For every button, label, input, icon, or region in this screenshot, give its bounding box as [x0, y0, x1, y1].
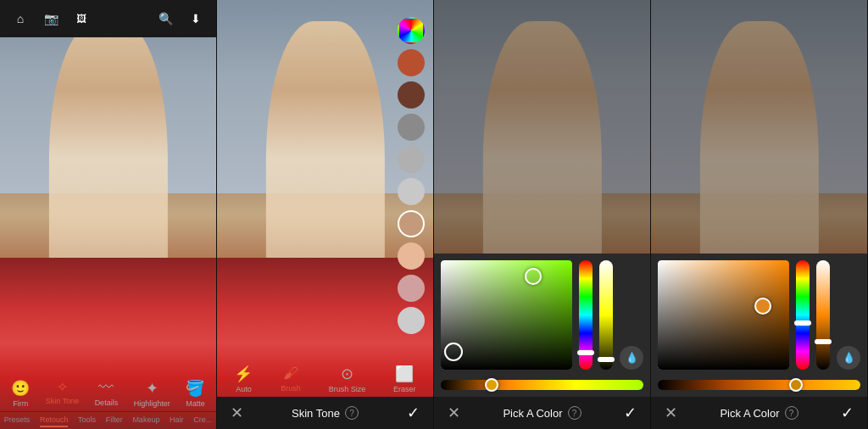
retouch-tools: 🙂 Firm ✧ Skin Tone 〰 Details ✦ Highlight…	[0, 374, 216, 411]
tab-hair[interactable]: Hair	[170, 415, 184, 427]
color-picker-green: 💧	[434, 254, 650, 376]
highlighter-icon: ✦	[146, 379, 159, 398]
hue-cursor-green	[577, 350, 594, 355]
swatch-lightskin[interactable]	[398, 242, 425, 270]
photo-background	[0, 0, 216, 429]
figure-woman	[48, 21, 167, 365]
zoom-icon[interactable]: 🔍	[155, 8, 175, 29]
camera-icon[interactable]: 📷	[41, 8, 61, 29]
tab-tools[interactable]: Tools	[78, 415, 96, 427]
gallery-icon[interactable]: 🖼	[71, 8, 92, 29]
action-bar-p4: ✕ Pick A Color ? ✓	[651, 397, 867, 429]
confirm-button-p4[interactable]: ✓	[841, 404, 854, 422]
close-button-p4[interactable]: ✕	[665, 404, 677, 422]
panel-main-edit: ⌂ 📷 🖼 🔍 ⬇ 🙂 Firm ✧ Skin Tone 〰 Details ✦	[0, 0, 217, 429]
panel-brush-swatches: ⚡ Auto 🖌 Brush ⊙ Brush Size ⬜ Eraser ✕ S…	[217, 0, 434, 429]
home-icon[interactable]: ⌂	[10, 8, 31, 29]
hue-slider-green[interactable]	[579, 260, 593, 370]
help-icon-p4[interactable]: ?	[785, 406, 798, 420]
saturation-box-orange[interactable]	[658, 260, 789, 370]
hue-cursor-orange	[794, 320, 811, 326]
brushsize-icon: ⊙	[341, 365, 353, 383]
brush-icon: 🖌	[283, 365, 298, 382]
confirm-button-p2[interactable]: ✓	[407, 404, 420, 422]
confirm-button-p3[interactable]: ✓	[624, 404, 637, 422]
saturation-cursor-green[interactable]	[525, 268, 542, 285]
bottom-slider-orange	[651, 376, 867, 397]
slider-thumb-bottom-green	[485, 378, 498, 392]
brightness-slider-orange[interactable]	[816, 260, 830, 370]
tool-firm[interactable]: 🙂 Firm	[11, 379, 30, 408]
brightness-slider-green[interactable]	[599, 260, 613, 370]
swatch-redbrown[interactable]	[398, 49, 425, 76]
tool-highlighter[interactable]: ✦ Highlighter	[134, 379, 170, 408]
swatch-skin[interactable]	[398, 210, 425, 237]
help-icon-p3[interactable]: ?	[568, 406, 581, 420]
tab-create[interactable]: Cre...	[193, 415, 212, 427]
tool-details[interactable]: 〰 Details	[95, 379, 119, 408]
brightness-cursor-orange	[815, 339, 832, 344]
tool-eraser[interactable]: ⬜ Eraser	[393, 365, 416, 393]
hue-track-bottom-orange[interactable]	[658, 380, 860, 390]
panel-colorpicker-orange: 💧 ✕ Pick A Color ? ✓	[651, 0, 868, 429]
brush-tools: ⚡ Auto 🖌 Brush ⊙ Brush Size ⬜ Eraser	[217, 359, 433, 397]
details-icon: 〰	[98, 379, 114, 397]
swatch-gray[interactable]	[398, 114, 425, 141]
svg-rect-3	[658, 260, 789, 370]
eyedropper-button-green[interactable]: 💧	[620, 346, 643, 370]
swatch-darkbrown[interactable]	[398, 81, 425, 109]
matte-icon: 🪣	[186, 379, 204, 398]
skintone-icon: ✧	[57, 379, 68, 395]
tab-filter[interactable]: Filter	[106, 415, 123, 427]
download-icon[interactable]: ⬇	[186, 8, 206, 29]
tab-retouch[interactable]: Retouch	[40, 415, 69, 427]
swatch-pink[interactable]	[398, 275, 425, 302]
action-label-p4: Pick A Color ?	[720, 406, 798, 420]
swatch-rainbow[interactable]	[398, 17, 425, 44]
color-swatches	[398, 17, 425, 334]
hue-track-bottom-green[interactable]	[441, 380, 643, 390]
action-label-p3: Pick A Color ?	[503, 406, 581, 420]
action-label-p2: Skin Tone ?	[292, 406, 359, 420]
firm-icon: 🙂	[11, 379, 30, 398]
figure-woman-2	[265, 21, 384, 365]
tool-skintone[interactable]: ✧ Skin Tone	[46, 379, 79, 408]
close-button-p2[interactable]: ✕	[231, 404, 243, 422]
tab-presets[interactable]: Presets	[4, 415, 31, 427]
eraser-icon: ⬜	[395, 365, 414, 383]
brightness-cursor-green	[598, 357, 615, 362]
hue-slider-orange[interactable]	[796, 260, 810, 370]
swatch-silver[interactable]	[398, 178, 425, 205]
tool-brush[interactable]: 🖌 Brush	[281, 365, 301, 393]
bottom-tabs: Presets Retouch Tools Filter Makeup Hair…	[0, 411, 216, 429]
action-bar-panel2: ✕ Skin Tone ? ✓	[217, 397, 433, 429]
action-bar-p3: ✕ Pick A Color ? ✓	[434, 397, 650, 429]
saturation-cursor-orange[interactable]	[754, 298, 771, 315]
tool-matte[interactable]: 🪣 Matte	[186, 379, 205, 408]
help-icon-p2[interactable]: ?	[345, 406, 359, 420]
eyedropper-button-orange[interactable]: 💧	[837, 346, 860, 370]
tab-makeup[interactable]: Makeup	[132, 415, 159, 427]
slider-thumb-bottom-orange	[789, 378, 803, 392]
tool-brushsize[interactable]: ⊙ Brush Size	[329, 365, 366, 393]
swatch-whitegray[interactable]	[398, 307, 425, 334]
close-button-p3[interactable]: ✕	[448, 404, 460, 422]
color-picker-orange: 💧	[651, 254, 867, 376]
tool-auto[interactable]: ⚡ Auto	[234, 365, 253, 393]
panel-colorpicker-green: 💧 ✕ Pick A Color ? ✓	[434, 0, 651, 429]
swatch-lightgray[interactable]	[398, 146, 425, 173]
auto-icon: ⚡	[234, 365, 253, 383]
top-toolbar: ⌂ 📷 🖼 🔍 ⬇	[0, 0, 216, 37]
color-preview-left-green	[444, 343, 463, 361]
bottom-slider-green	[434, 376, 650, 397]
saturation-box-green[interactable]	[441, 260, 572, 370]
